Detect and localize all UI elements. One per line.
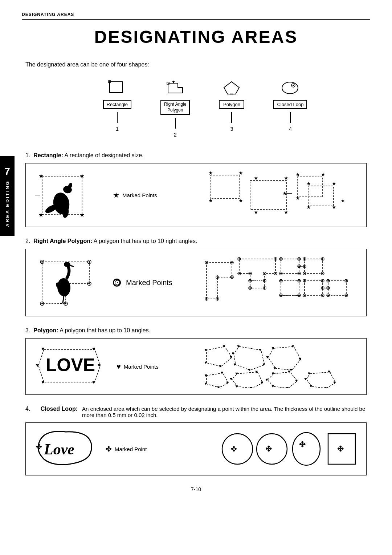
polygon-icon — [221, 79, 242, 97]
svg-text:★: ★ — [295, 171, 300, 177]
section-4-title: Closed Loop: — [41, 406, 78, 412]
svg-point-146 — [327, 287, 329, 289]
page-container: 7 AREA EDITING DESIGNATING AREAS DESIGNA… — [0, 0, 392, 555]
svg-rect-27 — [250, 181, 286, 210]
svg-text:★: ★ — [208, 198, 213, 203]
svg-text:♥: ♥ — [291, 345, 294, 349]
section-4-desc: An enclosed area which can be selected b… — [82, 406, 370, 418]
svg-point-116 — [304, 266, 305, 267]
section-1-title: Rectangle: — [33, 152, 63, 158]
svg-point-114 — [298, 266, 300, 267]
svg-point-45 — [41, 261, 43, 263]
svg-text:★: ★ — [284, 209, 289, 215]
svg-point-88 — [238, 273, 240, 274]
svg-point-7 — [282, 82, 298, 94]
svg-point-68 — [217, 276, 218, 278]
svg-point-96 — [280, 258, 282, 260]
svg-text:♥: ♥ — [221, 370, 223, 375]
svg-point-49 — [89, 283, 90, 284]
svg-point-109 — [304, 273, 305, 274]
svg-point-76 — [275, 258, 276, 260]
svg-point-82 — [264, 287, 265, 289]
section-3-desc: A polygon that has up to 10 angles. — [60, 327, 150, 333]
svg-text:★: ★ — [254, 175, 258, 181]
svg-text:★: ★ — [238, 170, 243, 176]
svg-text:★: ★ — [332, 181, 336, 186]
svg-text:✤: ✤ — [36, 443, 42, 451]
page-number: 7-10 — [191, 486, 201, 492]
svg-point-70 — [217, 298, 218, 300]
page-footer: 7-10 — [22, 486, 370, 492]
svg-rect-22 — [210, 175, 239, 199]
shape-number-3: 3 — [230, 126, 233, 132]
rectangle-demo-left: ★ ★ ★ ★ — [33, 169, 106, 221]
svg-text:♥: ♥ — [255, 369, 258, 374]
svg-point-62 — [206, 262, 207, 263]
svg-point-133 — [322, 295, 323, 296]
svg-text:♥: ♥ — [288, 369, 290, 374]
svg-text:♥: ♥ — [92, 346, 95, 352]
rectangle-label: Rectangle — [103, 100, 132, 109]
section-2-demo: ⊙ Marked Points — [25, 249, 367, 316]
svg-point-131 — [304, 295, 305, 296]
svg-text:♥: ♥ — [237, 345, 240, 349]
svg-text:♥: ♥ — [36, 362, 39, 368]
shape-item-polygon: Polygon 3 — [219, 79, 244, 138]
svg-text:♥: ♥ — [204, 381, 207, 386]
svg-point-57 — [64, 262, 70, 267]
svg-point-102 — [298, 273, 300, 274]
svg-text:♥: ♥ — [41, 346, 44, 352]
svg-text:♥: ♥ — [204, 360, 207, 365]
svg-text:♥: ♥ — [324, 385, 327, 388]
svg-point-111 — [322, 273, 323, 274]
svg-text:♥: ♥ — [333, 380, 336, 385]
section-2-header: 2. Right Angle Polygon: A polygon that h… — [25, 238, 370, 244]
svg-text:♥: ♥ — [217, 385, 220, 388]
shape-item-rectangle: Rectangle 1 — [103, 79, 132, 138]
svg-point-139 — [327, 295, 329, 296]
svg-point-72 — [206, 298, 207, 300]
shape-line-2 — [175, 118, 176, 129]
svg-text:♥: ♥ — [204, 347, 207, 352]
shape-number-4: 4 — [289, 126, 292, 132]
section-4-marked-point: ✤ Marked Point — [106, 445, 147, 453]
svg-text:★: ★ — [238, 198, 243, 203]
svg-text:♥: ♥ — [219, 364, 221, 369]
svg-text:♥: ♥ — [286, 385, 289, 388]
svg-point-56 — [57, 278, 71, 297]
svg-point-206 — [257, 434, 287, 464]
svg-text:✤: ✤ — [231, 445, 237, 453]
section-4: 4. Closed Loop: An enclosed area which c… — [22, 406, 370, 475]
right-angle-demo-left — [33, 255, 106, 311]
svg-text:♥: ♥ — [271, 371, 274, 376]
shapes-row: Rectangle 1 Right Angle Polygon 2 — [40, 79, 370, 138]
svg-point-55 — [41, 303, 43, 304]
section-2-title: Right Angle Polygon: — [33, 238, 92, 244]
section-2-marked-points: ⊙ Marked Points — [113, 279, 172, 287]
svg-text:♥: ♥ — [259, 347, 261, 352]
svg-point-105 — [304, 258, 305, 260]
closed-loop-demo-right: ✤ ✤ ✤ ✤ — [154, 429, 359, 469]
svg-text:♥: ♥ — [235, 371, 238, 376]
svg-text:♥: ♥ — [92, 379, 95, 385]
svg-point-66 — [231, 276, 233, 278]
svg-text:★: ★ — [79, 173, 85, 179]
svg-text:♥: ♥ — [271, 345, 274, 351]
right-angle-demo-right — [180, 255, 359, 310]
svg-point-107 — [322, 258, 323, 260]
svg-text:♥: ♥ — [295, 378, 298, 383]
section-4-header: 4. Closed Loop: An enclosed area which c… — [25, 406, 370, 418]
shape-number-1: 1 — [116, 126, 119, 132]
svg-text:★: ★ — [321, 171, 326, 177]
svg-text:★: ★ — [306, 204, 311, 210]
svg-text:✤: ✤ — [337, 444, 344, 453]
svg-text:★: ★ — [79, 212, 85, 218]
svg-text:♥: ♥ — [273, 365, 276, 370]
svg-point-144 — [322, 287, 323, 289]
svg-text:♥: ♥ — [308, 371, 310, 376]
svg-text:✤: ✤ — [299, 440, 306, 449]
svg-text:♥: ♥ — [310, 384, 312, 388]
svg-text:♥: ♥ — [248, 367, 250, 372]
svg-text:♥: ♥ — [233, 362, 236, 367]
shape-number-2: 2 — [174, 131, 177, 138]
